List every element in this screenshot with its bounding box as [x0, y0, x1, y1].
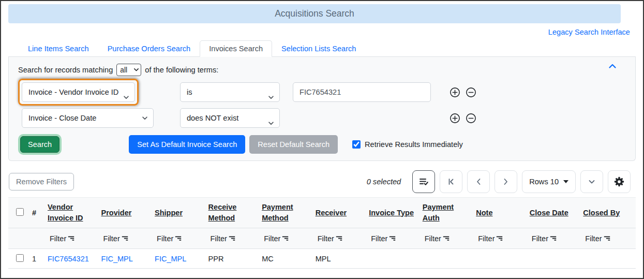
page-title: Acquisitions Search — [275, 8, 354, 19]
selected-count-label: 0 selected — [367, 178, 401, 186]
remove-filters-button[interactable]: Remove Filters — [9, 173, 74, 190]
cell-payment-auth — [422, 249, 475, 269]
term-2-operator-select-wrap: does NOT exist — [180, 113, 280, 122]
term-1-operator-select-wrap: is — [180, 87, 280, 96]
tab-line-items-search[interactable]: Line Items Search — [19, 40, 98, 57]
form-actions-row: Search Set As Default Invoice Search Res… — [18, 135, 635, 154]
filter-cell-receive-method: Filter — [207, 228, 261, 249]
filter-cell-invoice-type: Filter — [368, 228, 422, 249]
select-all-checkbox[interactable] — [16, 208, 24, 216]
term-2-field-select[interactable]: Invoice - Close Date — [22, 108, 154, 128]
term-1-operator-cell: is — [180, 82, 280, 102]
filter-icon — [175, 235, 182, 242]
column-header-close-date: Close Date — [529, 198, 582, 228]
filter-cell-close-date: Filter — [529, 228, 582, 249]
next-page-button[interactable] — [495, 170, 517, 193]
row-select-cell — [8, 249, 31, 269]
grid-settings-button[interactable] — [608, 170, 631, 193]
add-search-term-button[interactable] — [450, 87, 460, 98]
filter-cell-receiver: Filter — [314, 228, 368, 249]
filter-icon — [496, 235, 503, 242]
header-select-all-cell — [8, 198, 31, 228]
list-check-icon — [418, 176, 429, 187]
filter-icon — [229, 235, 235, 242]
column-header-payment-method: Payment Method — [261, 198, 314, 228]
filter-button[interactable]: Filter — [157, 234, 182, 243]
acquisitions-search-window: Acquisitions Search Legacy Search Interf… — [0, 0, 644, 279]
term-1-operator-select[interactable]: is — [180, 82, 280, 102]
orange-highlight-callout: Invoice - Vendor Invoice ID — [18, 79, 139, 106]
retrieve-results-immediately: Retrieve Results Immediately — [352, 140, 463, 149]
first-page-button[interactable] — [440, 170, 462, 193]
term-2-add-remove-group — [450, 113, 476, 124]
row-select-checkbox[interactable] — [16, 254, 24, 262]
filter-button[interactable]: Filter — [264, 234, 289, 243]
filter-button[interactable]: Filter — [318, 234, 342, 243]
cell-invoice-type — [368, 249, 422, 269]
search-button[interactable]: Search — [20, 136, 59, 153]
match-text-after: of the following terms: — [145, 66, 218, 74]
term-1-field-select[interactable]: Invoice - Vendor Invoice ID — [22, 82, 135, 102]
filter-icon — [389, 235, 396, 242]
match-type-select[interactable]: all — [116, 64, 141, 76]
filter-icon — [550, 235, 557, 242]
filter-button[interactable]: Filter — [532, 234, 557, 243]
shipper-link[interactable]: FIC_MPL — [155, 255, 186, 263]
search-term-row-2: Invoice - Close Date does NOT exist — [18, 108, 635, 128]
actions-for-selected-rows-button[interactable] — [412, 170, 435, 193]
collapse-search-form-button[interactable] — [608, 63, 617, 70]
filter-icon — [282, 235, 289, 242]
filter-icon — [443, 235, 450, 242]
legacy-search-interface-link[interactable]: Legacy Search Interface — [548, 28, 630, 36]
set-default-invoice-search-button[interactable]: Set As Default Invoice Search — [129, 135, 245, 154]
filter-button[interactable]: Filter — [50, 234, 74, 243]
column-header-vendor-invoice-id: Vendor Invoice ID — [47, 198, 100, 228]
table-row[interactable]: 1 FIC7654321 FIC_MPL FIC_MPL PPR MC MPL — [8, 249, 636, 269]
retrieve-results-checkbox[interactable] — [352, 140, 361, 149]
plus-circle-icon — [450, 87, 460, 98]
provider-link[interactable]: FIC_MPL — [101, 255, 133, 263]
term-2-operator-select[interactable]: does NOT exist — [180, 108, 280, 128]
filter-empty-cell — [8, 228, 31, 249]
plus-circle-icon — [450, 113, 460, 124]
term-2-operator-cell: does NOT exist — [180, 108, 280, 128]
filter-button[interactable]: Filter — [371, 234, 396, 243]
match-row: Search for records matching all of the f… — [18, 64, 635, 76]
filter-button[interactable]: Filter — [478, 234, 503, 243]
chevron-left-icon — [474, 177, 483, 186]
add-search-term-button[interactable] — [450, 113, 460, 124]
reset-default-search-button[interactable]: Reset Default Search — [249, 135, 338, 154]
grid-more-options-button[interactable] — [580, 170, 603, 193]
legacy-link-row: Legacy Search Interface — [1, 28, 630, 36]
filter-cell-shipper: Filter — [154, 228, 207, 249]
term-1-field-cell: Invoice - Vendor Invoice ID — [18, 79, 180, 106]
filter-cell-note: Filter — [475, 228, 529, 249]
filter-cell-provider: Filter — [100, 228, 154, 249]
term-1-value-input[interactable] — [293, 82, 431, 102]
caret-down-icon — [563, 180, 568, 183]
column-header-receiver: Receiver — [314, 198, 368, 228]
vendor-invoice-id-link[interactable]: FIC7654321 — [48, 255, 89, 263]
filter-button[interactable]: Filter — [211, 234, 235, 243]
header-row-number: # — [31, 198, 47, 228]
filter-button[interactable]: Filter — [103, 234, 128, 243]
tab-purchase-orders-search[interactable]: Purchase Orders Search — [98, 40, 200, 57]
term-1-field-select-wrap: Invoice - Vendor Invoice ID — [22, 87, 135, 96]
filter-empty-cell — [31, 228, 47, 249]
rows-per-page-label: Rows 10 — [529, 178, 559, 186]
tab-invoices-search[interactable]: Invoices Search — [200, 40, 272, 57]
chevron-up-icon — [608, 63, 617, 70]
cell-row-number: 1 — [31, 249, 47, 269]
filter-button[interactable]: Filter — [585, 234, 610, 243]
column-header-invoice-type: Invoice Type — [368, 198, 422, 228]
rows-per-page-dropdown[interactable]: Rows 10 — [522, 170, 576, 193]
column-header-note: Note — [475, 198, 529, 228]
filter-icon — [68, 235, 74, 242]
match-type-select-wrap: all — [116, 64, 141, 76]
previous-page-button[interactable] — [467, 170, 490, 193]
filter-button[interactable]: Filter — [425, 234, 450, 243]
remove-search-term-button[interactable] — [466, 87, 476, 98]
remove-search-term-button[interactable] — [466, 113, 476, 124]
grid-filter-row: Filter Filter Filter Filter Filter Filte… — [8, 228, 636, 249]
tab-selection-lists-search[interactable]: Selection Lists Search — [272, 40, 365, 57]
